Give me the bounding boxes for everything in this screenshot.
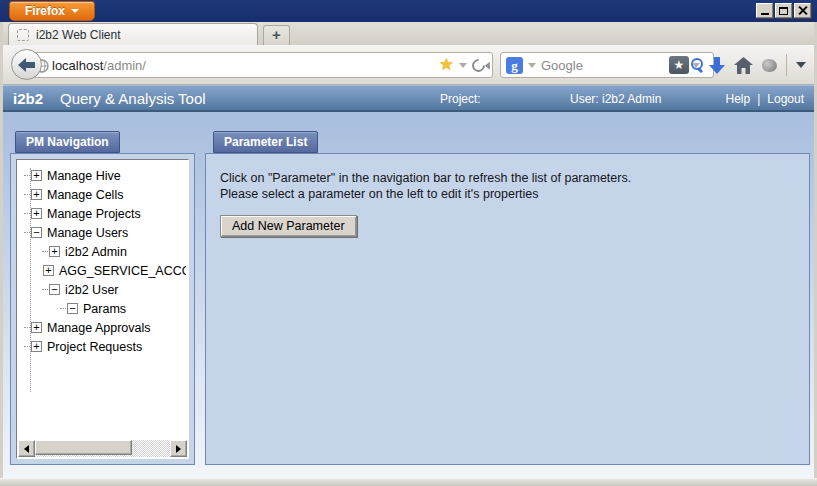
tree-node-label[interactable]: Project Requests bbox=[47, 340, 142, 354]
expand-icon[interactable]: + bbox=[31, 189, 42, 200]
addon-icon[interactable] bbox=[762, 59, 777, 72]
back-arrow-icon bbox=[18, 58, 36, 72]
tree-node[interactable]: −Params bbox=[21, 299, 186, 318]
tree-connector bbox=[42, 251, 48, 252]
project-label: Project: bbox=[440, 92, 481, 106]
horizontal-scrollbar[interactable] bbox=[18, 440, 187, 457]
url-dropdown-icon[interactable] bbox=[459, 63, 467, 68]
scroll-right-icon bbox=[176, 445, 181, 453]
reload-icon[interactable] bbox=[469, 56, 487, 74]
window-frame-bottom bbox=[0, 478, 817, 486]
firefox-menu-label: Firefox bbox=[25, 4, 65, 18]
maximize-button[interactable] bbox=[775, 3, 792, 18]
bookmarks-dropdown-icon bbox=[692, 63, 700, 68]
help-link[interactable]: Help bbox=[725, 92, 750, 106]
expand-icon[interactable]: + bbox=[31, 322, 42, 333]
browser-window: Firefox i2b2 Web Client + local bbox=[0, 0, 817, 486]
scroll-right-button[interactable] bbox=[170, 440, 187, 457]
toolbar-overflow-icon[interactable] bbox=[796, 62, 806, 68]
tree-node[interactable]: +Manage Hive bbox=[21, 166, 186, 185]
maximize-icon bbox=[779, 7, 788, 15]
minimize-icon bbox=[761, 13, 769, 15]
tree-node-label[interactable]: i2b2 Admin bbox=[65, 245, 127, 259]
download-arrow-icon bbox=[714, 57, 720, 65]
home-button[interactable] bbox=[734, 57, 753, 74]
tree-node-label[interactable]: Manage Projects bbox=[47, 207, 141, 221]
window-frame-left bbox=[0, 22, 3, 486]
tree-node[interactable]: +Manage Approvals bbox=[21, 318, 186, 337]
expand-icon[interactable]: + bbox=[31, 341, 42, 352]
tree-node[interactable]: −Manage Users bbox=[21, 223, 186, 242]
tree-connector bbox=[24, 232, 30, 233]
firefox-menu-button[interactable]: Firefox bbox=[9, 1, 95, 21]
toolbar-separator bbox=[786, 54, 787, 76]
scrollbar-thumb[interactable] bbox=[35, 440, 132, 455]
favicon-placeholder-icon bbox=[17, 29, 29, 41]
pm-tree-container: +Manage Hive+Manage Cells+Manage Project… bbox=[16, 159, 189, 459]
url-path: /admin/ bbox=[103, 58, 146, 73]
tree-node-label[interactable]: Manage Approvals bbox=[47, 321, 151, 335]
titlebar[interactable]: Firefox bbox=[0, 0, 817, 22]
tree-connector bbox=[24, 194, 30, 195]
close-icon bbox=[798, 6, 807, 15]
logout-link[interactable]: Logout bbox=[767, 92, 804, 106]
back-button[interactable] bbox=[11, 49, 42, 80]
header-links-divider: | bbox=[757, 92, 760, 106]
tab-strip: i2b2 Web Client + bbox=[3, 22, 814, 45]
new-tab-button[interactable]: + bbox=[263, 25, 290, 45]
tree-node[interactable]: +AGG_SERVICE_ACCO bbox=[21, 261, 186, 280]
tree-node-label[interactable]: Params bbox=[83, 302, 126, 316]
url-host: localhost bbox=[52, 58, 103, 73]
search-engine-dropdown-icon[interactable] bbox=[528, 63, 536, 68]
tab-parameter-list[interactable]: Parameter List bbox=[213, 131, 318, 153]
expand-icon[interactable]: + bbox=[31, 170, 42, 181]
tree-node[interactable]: +Manage Projects bbox=[21, 204, 186, 223]
close-button[interactable] bbox=[794, 3, 811, 18]
expand-icon[interactable]: + bbox=[43, 265, 54, 276]
user-label: User: i2b2 Admin bbox=[570, 92, 661, 106]
tab-pm-navigation[interactable]: PM Navigation bbox=[15, 131, 120, 153]
scroll-left-button[interactable] bbox=[18, 440, 35, 457]
collapse-icon[interactable]: − bbox=[31, 227, 42, 238]
bookmarks-menu-button[interactable]: ★ bbox=[669, 56, 700, 74]
bookmark-star-icon[interactable]: ★ bbox=[439, 58, 454, 72]
i2b2-logo: i2b2 bbox=[13, 90, 43, 107]
tree-node-label[interactable]: Manage Cells bbox=[47, 188, 123, 202]
scrollbar-track[interactable] bbox=[35, 440, 170, 457]
toolbar-icons: ★ bbox=[669, 51, 806, 79]
url-bar-actions: ★ bbox=[439, 58, 492, 72]
search-placeholder: Google bbox=[541, 58, 583, 73]
parameter-instructions-line2: Please select a parameter on the left to… bbox=[220, 186, 795, 202]
collapse-icon[interactable]: − bbox=[49, 284, 60, 295]
window-controls bbox=[756, 3, 811, 18]
google-favicon: g bbox=[506, 57, 523, 74]
tree-node-label[interactable]: Manage Hive bbox=[47, 169, 121, 183]
minimize-button[interactable] bbox=[756, 3, 773, 18]
tab-i2b2-web-client[interactable]: i2b2 Web Client bbox=[8, 23, 258, 45]
tree-node[interactable]: −i2b2 User bbox=[21, 280, 186, 299]
url-bar[interactable]: localhost /admin/ ★ bbox=[29, 52, 493, 78]
parameter-instructions-line1: Click on "Parameter" in the navigation b… bbox=[220, 170, 795, 186]
collapse-icon[interactable]: − bbox=[67, 303, 78, 314]
tree-connector bbox=[24, 175, 30, 176]
page-content: PM Navigation +Manage Hive+Manage Cells+… bbox=[3, 112, 814, 478]
tree-node[interactable]: +i2b2 Admin bbox=[21, 242, 186, 261]
chevron-down-icon bbox=[71, 9, 79, 13]
pm-tree: +Manage Hive+Manage Cells+Manage Project… bbox=[21, 166, 186, 438]
downloads-button[interactable] bbox=[709, 57, 725, 74]
tree-node-label[interactable]: Manage Users bbox=[47, 226, 128, 240]
tree-connector bbox=[60, 308, 66, 309]
tree-node-label[interactable]: AGG_SERVICE_ACCO bbox=[59, 264, 186, 278]
tab-title: i2b2 Web Client bbox=[36, 28, 121, 42]
add-new-parameter-button[interactable]: Add New Parameter bbox=[220, 215, 357, 237]
scroll-left-icon bbox=[24, 445, 29, 453]
pm-navigation-panel: +Manage Hive+Manage Cells+Manage Project… bbox=[10, 153, 195, 465]
app-header: i2b2 Query & Analysis Tool Project: User… bbox=[3, 85, 814, 112]
tree-node[interactable]: +Project Requests bbox=[21, 337, 186, 356]
expand-icon[interactable]: + bbox=[31, 208, 42, 219]
tree-node[interactable]: +Manage Cells bbox=[21, 185, 186, 204]
bookmarks-star-icon: ★ bbox=[669, 56, 689, 74]
expand-icon[interactable]: + bbox=[49, 246, 60, 257]
header-links: Help | Logout bbox=[725, 92, 804, 106]
tree-node-label[interactable]: i2b2 User bbox=[65, 283, 119, 297]
